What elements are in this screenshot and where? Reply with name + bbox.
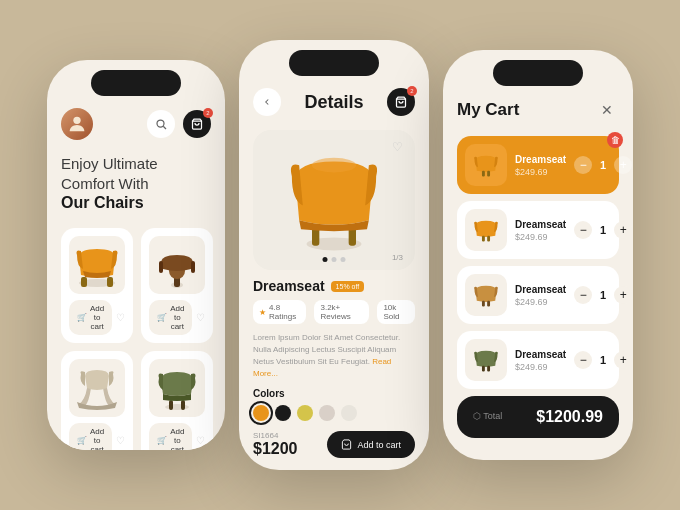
color-cream[interactable] (341, 405, 357, 421)
hero-line3: Our Chairs (61, 193, 211, 214)
delete-badge-1[interactable]: 🗑 (607, 132, 623, 148)
qty-decrease-1[interactable]: − (574, 156, 592, 174)
product-card-1: 🛒 Add to cart ♡ (61, 228, 133, 343)
qty-increase-3[interactable]: + (614, 286, 632, 304)
svg-point-29 (312, 158, 356, 173)
color-orange[interactable] (253, 405, 269, 421)
qty-increase-4[interactable]: + (614, 351, 632, 369)
cart-item-price-4: $249.69 (515, 362, 566, 372)
product-price: $1200 (253, 440, 298, 458)
dot-2 (332, 257, 337, 262)
total-label-section: ⬡ Total (473, 411, 502, 423)
svg-rect-14 (181, 400, 185, 410)
sold-stat: 10k Sold (377, 300, 415, 324)
svg-rect-34 (482, 301, 485, 307)
price-section: SI1664 $1200 (253, 431, 298, 458)
svg-rect-11 (191, 261, 195, 273)
cart-badge-details: 2 (407, 86, 417, 96)
qty-decrease-3[interactable]: − (574, 286, 592, 304)
total-icon-row: ⬡ Total (473, 411, 502, 421)
cart-item-info-4: Dreamseat $249.69 (515, 349, 566, 372)
ratings-stat: ★ 4.8 Ratings (253, 300, 306, 324)
add-to-cart-3[interactable]: 🛒 Add to cart (69, 423, 112, 450)
add-to-cart-button[interactable]: Add to cart (327, 431, 415, 458)
product-card-2: 🛒 Add to cart ♡ (141, 228, 213, 343)
qty-decrease-4[interactable]: − (574, 351, 592, 369)
cart-item-price-3: $249.69 (515, 297, 566, 307)
svg-point-12 (165, 404, 189, 410)
cart-item-name-4: Dreamseat (515, 349, 566, 360)
svg-rect-30 (482, 171, 485, 177)
phone-notch-2 (289, 50, 379, 76)
qty-controls-2: − 1 + (574, 221, 632, 239)
color-yellow[interactable] (297, 405, 313, 421)
cart-item-price-1: $249.69 (515, 167, 566, 177)
cart-item-price-2: $249.69 (515, 232, 566, 242)
cart-item-1: Dreamseat $249.69 − 1 + 🗑 (457, 136, 619, 194)
svg-rect-5 (81, 277, 87, 287)
search-button[interactable] (147, 110, 175, 138)
back-button[interactable] (253, 88, 281, 116)
svg-rect-13 (169, 400, 173, 410)
qty-increase-2[interactable]: + (614, 221, 632, 239)
svg-rect-37 (487, 366, 490, 372)
svg-rect-36 (482, 366, 485, 372)
cart-item-4: Dreamseat $249.69 − 1 + (457, 331, 619, 389)
phone-notch (91, 70, 181, 96)
dot-1 (323, 257, 328, 262)
cart-title: My Cart (457, 100, 519, 120)
sku-label: SI1664 (253, 431, 298, 440)
card-bottom-3: 🛒 Add to cart ♡ (69, 423, 125, 450)
image-dots (323, 257, 346, 262)
phone-notch-3 (493, 60, 583, 86)
color-light-gray[interactable] (319, 405, 335, 421)
heart-icon-1[interactable]: ♡ (116, 312, 125, 323)
heart-icon-3[interactable]: ♡ (116, 435, 125, 446)
svg-rect-10 (159, 261, 163, 273)
product-grid: 🛒 Add to cart ♡ (61, 228, 211, 450)
svg-point-0 (73, 117, 80, 124)
qty-decrease-2[interactable]: − (574, 221, 592, 239)
product-image-4 (149, 359, 205, 417)
qty-increase-1[interactable]: + (614, 156, 632, 174)
qty-number-2: 1 (598, 224, 608, 236)
product-footer: SI1664 $1200 Add to cart (253, 431, 415, 458)
card-bottom-4: 🛒 Add to cart ♡ (149, 423, 205, 450)
svg-line-2 (163, 126, 166, 129)
add-to-cart-2[interactable]: 🛒 Add to cart (149, 300, 192, 335)
details-header: Details 2 (253, 88, 415, 116)
add-to-cart-4[interactable]: 🛒 Add to cart (149, 423, 192, 450)
product-card-3: 🛒 Add to cart ♡ (61, 351, 133, 450)
qty-controls-4: − 1 + (574, 351, 632, 369)
colors-label: Colors (253, 388, 415, 399)
details-title: Details (304, 92, 363, 113)
qty-number-3: 1 (598, 289, 608, 301)
hero-line1: Enjoy Ultimate (61, 154, 211, 174)
reviews-stat: 3.2k+ Reviews (314, 300, 369, 324)
heart-icon-4[interactable]: ♡ (196, 435, 205, 446)
qty-number-4: 1 (598, 354, 608, 366)
cart-item-name-2: Dreamseat (515, 219, 566, 230)
add-to-cart-1[interactable]: 🛒 Add to cart (69, 300, 112, 335)
home-header: 2 (61, 108, 211, 140)
avatar[interactable] (61, 108, 93, 140)
header-icons: 2 (147, 110, 211, 138)
wish-icon[interactable]: ♡ (392, 140, 403, 154)
star-icon: ★ (259, 308, 266, 317)
color-black[interactable] (275, 405, 291, 421)
cart-button-details[interactable]: 2 (387, 88, 415, 116)
cart-item-image-1 (465, 144, 507, 186)
svg-rect-33 (487, 236, 490, 242)
qty-number-1: 1 (598, 159, 608, 171)
svg-point-1 (157, 120, 164, 127)
cart-item-info-2: Dreamseat $249.69 (515, 219, 566, 242)
product-image-3 (69, 359, 125, 417)
cart-item-image-3 (465, 274, 507, 316)
cart-item-info-3: Dreamseat $249.69 (515, 284, 566, 307)
product-name-row: Dreamseat 15% off (253, 278, 415, 294)
product-image-1 (69, 236, 125, 294)
svg-rect-35 (487, 301, 490, 307)
heart-icon-2[interactable]: ♡ (196, 312, 205, 323)
close-button[interactable]: ✕ (595, 98, 619, 122)
cart-button[interactable]: 2 (183, 110, 211, 138)
